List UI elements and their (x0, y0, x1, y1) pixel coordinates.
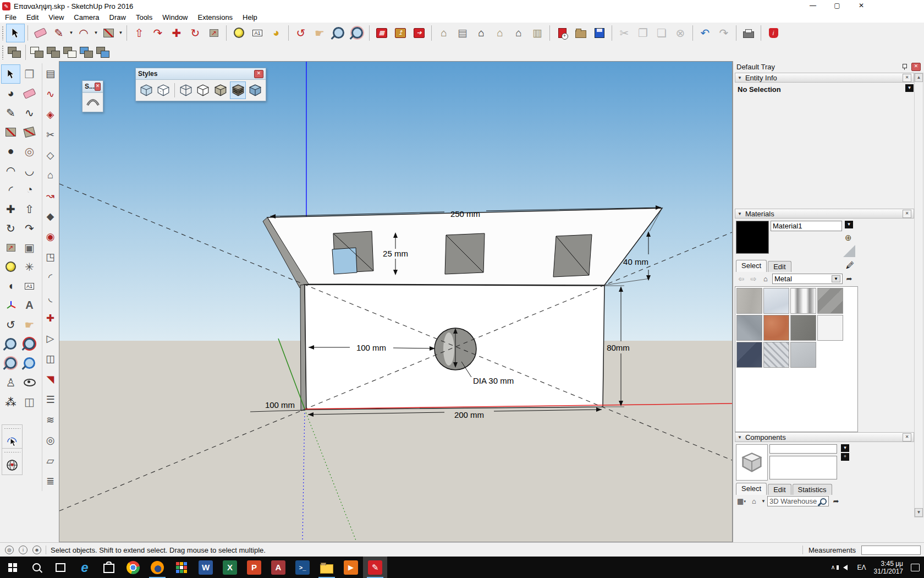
signin-status-icon[interactable]: ☻ (32, 546, 41, 554)
materials-header[interactable]: ▼ Materials ✕ (735, 209, 914, 219)
store-button[interactable] (97, 557, 121, 578)
collapse-arrow-icon[interactable]: ▼ (738, 75, 742, 80)
menu-file[interactable]: File (0, 13, 21, 22)
firefox-button[interactable] (145, 557, 169, 578)
collapse-arrow-icon[interactable]: ▼ (738, 211, 742, 216)
view-left-button[interactable]: ▥ (528, 24, 547, 42)
new-button[interactable]: + (553, 24, 571, 42)
text-tool[interactable]: A1 (20, 276, 39, 296)
style-shaded-with-textures-button[interactable] (230, 81, 246, 99)
view-iso-button[interactable]: ⌂ (435, 24, 453, 42)
components-close-button[interactable]: ✕ (903, 433, 911, 441)
components-tab-edit[interactable]: Edit (768, 484, 791, 495)
sandbox-toolbar-titlebar[interactable]: S... ✕ (82, 81, 103, 92)
extension-tool-15-icon[interactable]: ◫ (43, 348, 58, 369)
display-secondary-pane-button[interactable]: ▾ (845, 221, 853, 228)
tray-close-button[interactable]: ✕ (911, 63, 921, 71)
extension-tool-16-icon[interactable]: ◥ (43, 369, 58, 389)
3d-text-tool[interactable]: A (20, 296, 39, 315)
chrome-button[interactable] (121, 557, 145, 578)
extension-tool-3-icon[interactable]: ◈ (43, 104, 58, 124)
zoom-extents-button[interactable] (348, 24, 366, 42)
protractor-tool[interactable]: ◖ (1, 276, 20, 296)
style-back-edges-button[interactable] (156, 81, 172, 99)
home-button[interactable]: ⌂ (760, 274, 771, 284)
viewport-canvas[interactable]: 250 mm 25 mm 40 mm 100 mm DIA 30 mm (59, 62, 732, 542)
components-details-button[interactable]: ➦ (831, 497, 842, 506)
minimize-button[interactable]: — (808, 1, 818, 10)
walk-tool[interactable]: ⁂ (1, 392, 20, 411)
extension-tool-10-icon[interactable]: ◳ (43, 247, 58, 267)
menu-camera[interactable]: Camera (69, 13, 104, 22)
push-pull-tool-button[interactable]: ⇧ (130, 24, 148, 42)
split-button[interactable] (95, 44, 111, 61)
intersect-button[interactable] (29, 44, 45, 61)
styles-toolbar-titlebar[interactable]: Styles ✕ (136, 68, 266, 80)
paint-bucket-tool-button[interactable]: ◕ (267, 24, 285, 42)
zoom-tool-button[interactable] (329, 24, 348, 42)
select-tool-button[interactable] (6, 24, 25, 42)
zoom-tool[interactable] (1, 334, 20, 353)
line-tool-button[interactable]: ✎ (50, 24, 68, 42)
section-plane-tool[interactable]: ◫ (20, 392, 39, 411)
style-monochrome-button[interactable] (247, 81, 263, 99)
create-material-button[interactable]: ⊕ (845, 233, 852, 243)
cancel-button[interactable]: ⊗ (671, 24, 690, 42)
menu-window[interactable]: Window (157, 13, 193, 22)
extension-tool-11-icon[interactable]: ◜ (43, 267, 58, 287)
material-swatch-10[interactable] (763, 342, 789, 368)
subtract-button[interactable] (62, 44, 78, 61)
save-button[interactable] (590, 24, 609, 42)
select-tool[interactable] (1, 64, 20, 84)
union-button[interactable] (45, 44, 62, 61)
rotate-tool[interactable]: ↻ (1, 219, 20, 238)
pan-tool[interactable]: ☛ (20, 315, 39, 334)
close-button[interactable]: ✕ (856, 1, 866, 10)
pin-icon[interactable] (901, 63, 907, 70)
home-dropdown-arrow[interactable]: ▼ (761, 499, 766, 504)
extension-tool-18-icon[interactable]: ≋ (43, 410, 58, 430)
dimension-tool[interactable]: ✳ (20, 257, 39, 276)
collapse-arrow-icon[interactable]: ▼ (738, 435, 742, 440)
extension-tool-12-icon[interactable]: ◟ (43, 287, 58, 308)
material-preview-swatch[interactable] (736, 221, 769, 254)
extension-tool-14-icon[interactable]: ▷ (43, 328, 58, 348)
toolbar-grip[interactable] (2, 26, 4, 40)
arc-tool[interactable]: ◠ (1, 161, 20, 180)
components-secondary-pane-button[interactable]: ▾ (841, 444, 849, 452)
extension-tool-20-icon[interactable]: ▱ (43, 450, 58, 471)
cut-button[interactable]: ✂ (615, 24, 634, 42)
taskbar-clock[interactable]: 3:45 μμ 31/1/2017 (874, 560, 903, 575)
components-tab-statistics[interactable]: Statistics (793, 484, 832, 495)
extension-tool-4-icon[interactable]: ✂ (43, 124, 58, 145)
scale-tool-button[interactable]: ↗ (205, 24, 223, 42)
line-tool[interactable]: ✎ (1, 103, 20, 122)
rectangle-tool-dropdown[interactable]: ▼ (118, 24, 124, 42)
orbit-tool-button[interactable]: ↺ (292, 24, 310, 42)
style-wireframe-button[interactable] (178, 81, 194, 99)
line-tool-dropdown[interactable]: ▼ (68, 24, 74, 42)
open-button[interactable] (571, 24, 590, 42)
material-swatch-6[interactable] (763, 315, 789, 341)
follow-me-tool[interactable]: ↷ (20, 219, 39, 238)
entity-info-header[interactable]: ▼ Entity Info ✕ (735, 73, 914, 83)
text-tool-button[interactable]: A1 (248, 24, 267, 42)
access-button[interactable]: A (266, 557, 290, 578)
menu-help[interactable]: Help (238, 13, 262, 22)
material-swatch-5[interactable] (736, 315, 762, 341)
extension-tool-6-icon[interactable]: ⌂ (43, 165, 58, 186)
copy-button[interactable]: ❐ (634, 24, 652, 42)
material-swatch-8[interactable] (817, 315, 843, 341)
menu-draw[interactable]: Draw (105, 13, 131, 22)
zoom-previous-tool[interactable] (20, 353, 39, 373)
task-view-button[interactable] (48, 557, 73, 578)
menu-view[interactable]: View (43, 13, 69, 22)
follow-me-tool-button[interactable]: ↷ (148, 24, 167, 42)
scale-tool[interactable]: ↗ (1, 238, 20, 257)
outer-shell-button[interactable] (6, 44, 23, 61)
edge-button[interactable]: e (73, 557, 97, 578)
view-right-button[interactable]: ⌂ (491, 24, 509, 42)
material-swatch-9[interactable] (736, 342, 762, 368)
rectangle-tool[interactable] (1, 122, 20, 141)
rectangle-tool-button[interactable] (99, 24, 118, 42)
